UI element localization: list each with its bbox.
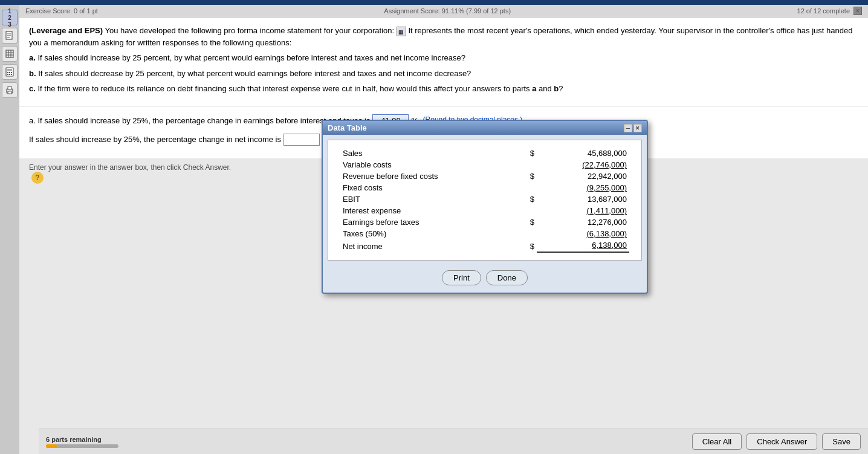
table-row-sales: Sales $ 45,688,000: [340, 148, 629, 159]
sidebar: 123: [0, 5, 19, 454]
progress-bar: [46, 444, 118, 448]
table-row-net-income: Net income $ 6,138,000: [340, 239, 629, 252]
table-row-fixed-costs: Fixed costs (9,255,000): [340, 182, 629, 193]
question-intro: (Leverage and EPS) You have developed th…: [29, 25, 858, 48]
answer-a2-prefix: If sales should increase by 25%, the per…: [29, 132, 281, 146]
interest-expense-label: Interest expense: [340, 205, 514, 216]
sidebar-icon-print[interactable]: [2, 82, 18, 98]
fixed-costs-value: (9,255,000): [537, 182, 629, 193]
status-text: Enter your answer in the answer box, the…: [29, 163, 231, 172]
close-button[interactable]: ✕: [853, 7, 862, 15]
table-row-ebit: EBIT $ 13,687,000: [340, 193, 629, 205]
question-heading: (Leverage and EPS): [29, 26, 103, 35]
svg-rect-18: [8, 86, 11, 89]
svg-rect-11: [7, 72, 8, 73]
ebit-dollar: $: [514, 193, 537, 205]
svg-rect-14: [7, 74, 8, 75]
save-button[interactable]: Save: [822, 433, 861, 450]
interest-expense-value: (1,411,000): [537, 205, 629, 216]
earnings-before-taxes-label: Earnings before taxes: [340, 216, 514, 228]
svg-rect-13: [11, 72, 12, 73]
part-b-text: b. If sales should decrease by 25 percen…: [29, 68, 858, 80]
svg-rect-16: [11, 74, 12, 75]
part-c-text: c. If the firm were to reduce its relian…: [29, 83, 858, 95]
parts-remaining-label: 6 parts remaining: [46, 436, 118, 443]
modal-title: Data Table: [328, 123, 367, 132]
exercise-score: Exercise Score: 0 of 1 pt: [25, 7, 98, 15]
completion-status: 12 of 12 complete: [797, 7, 850, 15]
net-income-dollar: $: [514, 239, 537, 252]
taxes-dollar: [514, 228, 537, 239]
table-row-interest-expense: Interest expense (1,411,000): [340, 205, 629, 216]
modal-minimize-button[interactable]: ─: [624, 124, 632, 132]
sidebar-icon-calculator[interactable]: [2, 64, 18, 80]
taxes-value: (6,138,000): [537, 228, 629, 239]
earnings-before-taxes-value: 12,276,000: [537, 216, 629, 228]
variable-costs-value: (22,746,000): [537, 159, 629, 170]
ebit-value: 13,687,000: [537, 193, 629, 205]
bottom-bar: 6 parts remaining Clear All Check Answer…: [39, 429, 868, 454]
check-answer-button[interactable]: Check Answer: [747, 433, 817, 450]
net-income-label: Net income: [340, 239, 514, 252]
parts-remaining-section: 6 parts remaining: [46, 436, 118, 448]
sidebar-icon-table[interactable]: [2, 46, 18, 62]
modal-titlebar: Data Table ─ ✕: [323, 121, 647, 135]
revenue-before-fixed-value: 22,942,000: [537, 170, 629, 182]
fixed-costs-label: Fixed costs: [340, 182, 514, 193]
svg-rect-4: [6, 50, 13, 57]
help-button[interactable]: ?: [31, 172, 44, 184]
sidebar-icon-document[interactable]: [2, 28, 18, 44]
done-button[interactable]: Done: [486, 270, 528, 285]
data-table-trigger-icon[interactable]: ▦: [397, 27, 406, 36]
fixed-costs-dollar: [514, 182, 537, 193]
print-button[interactable]: Print: [442, 270, 481, 285]
revenue-before-fixed-label: Revenue before fixed costs: [340, 170, 514, 182]
sales-value: 45,688,000: [537, 148, 629, 159]
table-row-variable-costs: Variable costs (22,746,000): [340, 159, 629, 170]
revenue-before-fixed-dollar: $: [514, 170, 537, 182]
taxes-label: Taxes (50%): [340, 228, 514, 239]
svg-rect-10: [7, 69, 12, 71]
interest-expense-dollar: [514, 205, 537, 216]
modal-controls: ─ ✕: [624, 124, 642, 132]
answer-a1-prefix: a. If sales should increase by 25%, the …: [29, 114, 370, 128]
modal-body: Sales $ 45,688,000 Variable costs (22,74…: [328, 140, 642, 261]
modal-footer: Print Done: [323, 265, 647, 293]
income-table: Sales $ 45,688,000 Variable costs (22,74…: [340, 148, 629, 253]
data-table-modal[interactable]: Data Table ─ ✕ Sales $ 45,688,000: [322, 120, 648, 294]
question-intro-text: You have developed the following pro for…: [105, 26, 397, 35]
variable-costs-dollar: [514, 159, 537, 170]
earnings-before-taxes-dollar: $: [514, 216, 537, 228]
sales-dollar: $: [514, 148, 537, 159]
svg-rect-19: [8, 91, 11, 94]
top-bar: [0, 0, 868, 5]
table-row-revenue-before-fixed: Revenue before fixed costs $ 22,942,000: [340, 170, 629, 182]
svg-rect-12: [9, 72, 10, 73]
main-content: Exercise Score: 0 of 1 pt Assignment Sco…: [19, 5, 868, 454]
modal-close-button[interactable]: ✕: [633, 124, 642, 132]
progress-fill: [46, 444, 57, 448]
net-income-change-input[interactable]: [283, 134, 320, 146]
svg-rect-15: [9, 74, 10, 75]
assignment-score: Assignment Score: 91.11% (7.99 of 12 pts…: [384, 7, 511, 15]
table-row-taxes: Taxes (50%) (6,138,000): [340, 228, 629, 239]
ebit-label: EBIT: [340, 193, 514, 205]
part-a-text: a. If sales should increase by 25 percen…: [29, 52, 858, 64]
question-area: (Leverage and EPS) You have developed th…: [19, 18, 868, 106]
score-bar: Exercise Score: 0 of 1 pt Assignment Sco…: [19, 5, 868, 18]
net-income-value: 6,138,000: [537, 239, 629, 252]
sales-label: Sales: [340, 148, 514, 159]
clear-all-button[interactable]: Clear All: [692, 433, 742, 450]
variable-costs-label: Variable costs: [340, 159, 514, 170]
table-row-earnings-before-taxes: Earnings before taxes $ 12,276,000: [340, 216, 629, 228]
sidebar-icon-numbers[interactable]: 123: [2, 10, 18, 25]
